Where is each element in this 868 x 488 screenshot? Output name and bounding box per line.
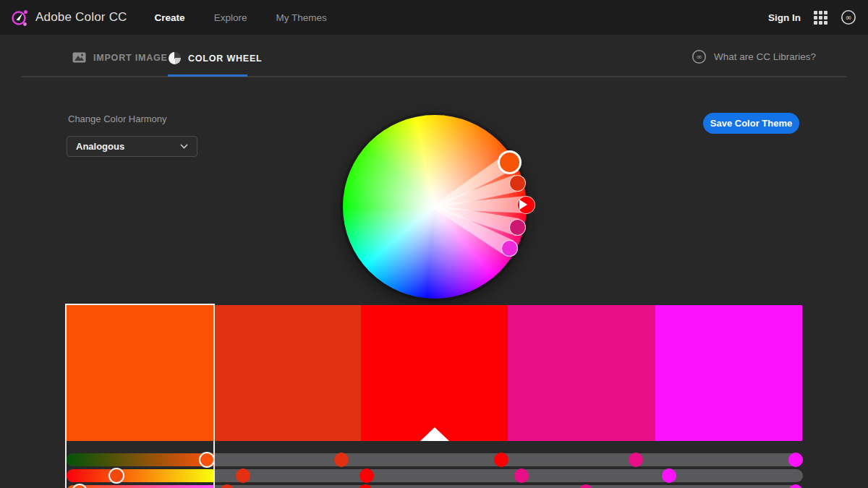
green-slider-dot-swatch-5[interactable] <box>662 468 676 483</box>
blue-slider-row <box>67 485 803 488</box>
green-slider-dot-swatch-2[interactable] <box>236 468 250 483</box>
apps-grid-icon[interactable] <box>814 11 827 25</box>
color-wheel-icon <box>169 52 181 64</box>
cc-libraries-help-label: What are CC Libraries? <box>714 51 816 62</box>
nav-item-my-themes[interactable]: My Themes <box>276 12 326 23</box>
adobe-color-app: Adobe Color CC CreateExploreMy Themes Si… <box>0 0 868 488</box>
cc-libraries-help[interactable]: ∞ What are CC Libraries? <box>692 49 816 64</box>
green-slider-gradient-track[interactable] <box>67 469 214 482</box>
red-slider-dot-swatch-4[interactable] <box>629 453 643 467</box>
wheel-handle-5[interactable] <box>501 240 518 257</box>
swatch-3-base[interactable] <box>361 305 508 441</box>
red-slider-dot-swatch-3[interactable] <box>494 453 509 467</box>
tool-tabbar: IMPORT IMAGE COLOR WHEEL ∞ What are CC L… <box>0 35 868 77</box>
tab-divider <box>22 76 846 77</box>
nav-item-explore[interactable]: Explore <box>214 12 247 23</box>
creative-cloud-outline-icon: ∞ <box>692 49 707 64</box>
red-slider-dot-swatch-5[interactable] <box>788 453 803 467</box>
harmony-label: Change Color Harmony <box>68 114 167 124</box>
blue-slider-dot-swatch-5[interactable] <box>788 484 803 488</box>
blue-slider-gradient-track[interactable] <box>67 485 214 488</box>
wheel-handle-3-base[interactable] <box>517 196 535 214</box>
svg-text:∞: ∞ <box>845 13 851 22</box>
brand[interactable]: Adobe Color CC <box>0 8 127 27</box>
tab-color-wheel[interactable]: COLOR WHEEL <box>169 52 263 64</box>
green-slider-dot-swatch-3[interactable] <box>359 468 374 483</box>
wheel-handle-1[interactable] <box>498 150 522 174</box>
base-swatch-triangle-icon <box>420 427 449 441</box>
harmony-selected-value: Analogous <box>76 141 180 152</box>
green-slider-row <box>67 469 803 482</box>
navbar-right: Sign In ∞ <box>768 9 868 25</box>
theme-swatch-row <box>67 305 802 441</box>
red-slider-row <box>67 453 803 466</box>
blue-slider-dot-swatch-3[interactable] <box>358 484 373 488</box>
swatch-1-selected[interactable] <box>67 305 213 441</box>
wheel-handle-2[interactable] <box>509 175 526 192</box>
creative-cloud-icon[interactable]: ∞ <box>841 9 856 25</box>
red-slider-dot-swatch-2[interactable] <box>334 453 349 467</box>
chevron-down-icon <box>180 144 188 149</box>
swatch-4[interactable] <box>508 305 655 441</box>
swatch-2[interactable] <box>213 305 360 441</box>
red-slider-handle-selected[interactable] <box>199 452 215 468</box>
red-slider-gradient-track[interactable] <box>67 453 214 466</box>
blue-slider-dot-swatch-2[interactable] <box>220 484 234 488</box>
green-slider-dot-swatch-4[interactable] <box>514 468 529 483</box>
adobe-color-logo-icon <box>10 8 30 27</box>
blue-slider-handle-selected[interactable] <box>72 484 88 488</box>
harmony-dropdown[interactable]: Analogous <box>67 136 197 157</box>
blue-slider-dot-swatch-4[interactable] <box>579 484 593 488</box>
active-tab-underline <box>168 74 247 77</box>
wheel-handle-4[interactable] <box>509 219 526 236</box>
top-navbar: Adobe Color CC CreateExploreMy Themes Si… <box>0 0 868 35</box>
brand-title: Adobe Color CC <box>35 10 127 25</box>
swatch-5[interactable] <box>655 305 802 441</box>
tab-import-image-label: IMPORT IMAGE <box>93 53 168 63</box>
main-nav: CreateExploreMy Themes <box>155 12 327 23</box>
nav-item-create[interactable]: Create <box>155 12 185 23</box>
base-color-arrow-icon <box>519 200 527 210</box>
tab-color-wheel-label: COLOR WHEEL <box>188 53 263 64</box>
svg-text:∞: ∞ <box>696 52 702 61</box>
tab-import-image[interactable]: IMPORT IMAGE <box>72 52 168 63</box>
sign-in-link[interactable]: Sign In <box>768 12 801 23</box>
save-color-theme-button[interactable]: Save Color Theme <box>703 113 799 134</box>
color-wheel[interactable] <box>343 115 527 299</box>
image-icon <box>72 52 86 63</box>
